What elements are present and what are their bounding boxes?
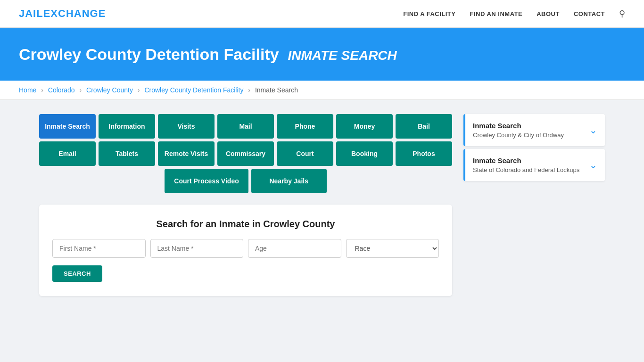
- logo-jail: JAIL: [19, 8, 43, 19]
- btn-remote-visits[interactable]: Remote Visits: [158, 141, 215, 166]
- logo-exchange: EXCHANGE: [43, 8, 106, 19]
- breadcrumb-facility[interactable]: Crowley County Detention Facility: [144, 86, 243, 94]
- site-header: JAILEXCHANGE FIND A FACILITY FIND AN INM…: [0, 0, 644, 28]
- nav-buttons-row1: Inmate Search Information Visits Mail Ph…: [39, 114, 452, 139]
- breadcrumb-colorado[interactable]: Colorado: [48, 86, 75, 94]
- main-content: Inmate Search Information Visits Mail Ph…: [20, 100, 624, 310]
- race-select[interactable]: Race White Black Hispanic Asian Native A…: [346, 239, 439, 258]
- btn-court-process-video[interactable]: Court Process Video: [165, 169, 248, 193]
- btn-visits[interactable]: Visits: [158, 114, 215, 139]
- main-nav: FIND A FACILITY FIND AN INMATE ABOUT CON…: [403, 8, 625, 19]
- nav-about[interactable]: ABOUT: [537, 10, 560, 17]
- chevron-down-icon-1: ⌄: [589, 124, 597, 136]
- btn-mail[interactable]: Mail: [217, 114, 274, 139]
- sidebar-item-1-subtitle: Crowley County & City of Ordway: [473, 132, 564, 139]
- content-left: Inmate Search Information Visits Mail Ph…: [39, 114, 452, 296]
- hero-banner: Crowley County Detention Facility INMATE…: [0, 28, 644, 81]
- btn-money[interactable]: Money: [336, 114, 393, 139]
- btn-phone[interactable]: Phone: [277, 114, 333, 139]
- breadcrumb-county[interactable]: Crowley County: [86, 86, 133, 94]
- nav-buttons-row2: Email Tablets Remote Visits Commissary C…: [39, 141, 452, 166]
- sidebar-item-1[interactable]: Inmate Search Crowley County & City of O…: [463, 114, 605, 146]
- nav-contact[interactable]: CONTACT: [574, 10, 605, 17]
- breadcrumb-sep-1: ›: [41, 86, 43, 94]
- btn-photos[interactable]: Photos: [396, 141, 452, 166]
- last-name-input[interactable]: [150, 239, 244, 258]
- btn-nearby-jails[interactable]: Nearby Jails: [251, 169, 327, 193]
- hero-title-sub: INMATE SEARCH: [288, 48, 397, 63]
- hero-title: Crowley County Detention Facility INMATE…: [19, 45, 625, 64]
- nav-find-inmate[interactable]: FIND AN INMATE: [470, 10, 522, 17]
- age-input[interactable]: [248, 239, 341, 258]
- search-form-box: Search for an Inmate in Crowley County R…: [39, 205, 452, 296]
- breadcrumb-sep-3: ›: [138, 86, 140, 94]
- breadcrumb-home[interactable]: Home: [19, 86, 36, 94]
- first-name-input[interactable]: [52, 239, 146, 258]
- hero-title-main: Crowley County Detention Facility: [19, 45, 279, 63]
- sidebar: Inmate Search Crowley County & City of O…: [463, 114, 605, 184]
- breadcrumb-current: Inmate Search: [255, 86, 298, 94]
- btn-inmate-search[interactable]: Inmate Search: [39, 114, 96, 139]
- btn-court[interactable]: Court: [277, 141, 333, 166]
- search-icon-button[interactable]: ⚲: [619, 8, 625, 19]
- nav-buttons-row3: Court Process Video Nearby Jails: [39, 169, 452, 193]
- breadcrumb: Home › Colorado › Crowley County › Crowl…: [0, 81, 644, 100]
- search-submit-button[interactable]: SEARCH: [52, 265, 102, 282]
- btn-commissary[interactable]: Commissary: [217, 141, 274, 166]
- btn-booking[interactable]: Booking: [336, 141, 393, 166]
- sidebar-item-2-title: Inmate Search: [473, 156, 579, 165]
- sidebar-card-1: Inmate Search Crowley County & City of O…: [463, 114, 605, 146]
- sidebar-item-1-text: Inmate Search Crowley County & City of O…: [473, 122, 564, 139]
- nav-find-facility[interactable]: FIND A FACILITY: [403, 10, 455, 17]
- btn-tablets[interactable]: Tablets: [99, 141, 155, 166]
- sidebar-item-2-subtitle: State of Colorado and Federal Lockups: [473, 166, 579, 173]
- btn-email[interactable]: Email: [39, 141, 96, 166]
- sidebar-item-2-text: Inmate Search State of Colorado and Fede…: [473, 156, 579, 173]
- breadcrumb-sep-2: ›: [80, 86, 82, 94]
- site-logo[interactable]: JAILEXCHANGE: [19, 8, 106, 20]
- btn-information[interactable]: Information: [99, 114, 155, 139]
- sidebar-item-2[interactable]: Inmate Search State of Colorado and Fede…: [463, 149, 605, 181]
- search-form-title: Search for an Inmate in Crowley County: [52, 219, 439, 230]
- btn-bail[interactable]: Bail: [396, 114, 452, 139]
- sidebar-card-2: Inmate Search State of Colorado and Fede…: [463, 149, 605, 181]
- breadcrumb-sep-4: ›: [248, 86, 250, 94]
- search-fields: Race White Black Hispanic Asian Native A…: [52, 239, 439, 258]
- chevron-down-icon-2: ⌄: [589, 159, 597, 171]
- sidebar-item-1-title: Inmate Search: [473, 122, 564, 130]
